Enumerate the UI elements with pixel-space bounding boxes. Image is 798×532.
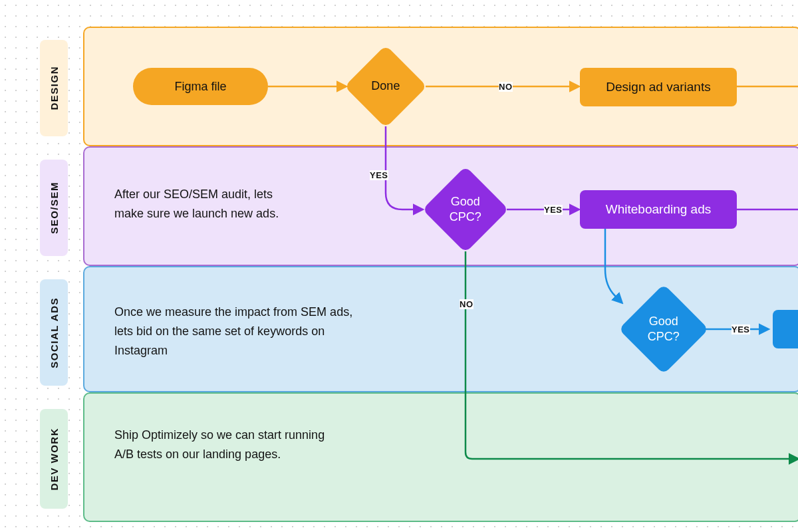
edge-label-yes: YES bbox=[544, 205, 563, 215]
lane-text-content: After our SEO/SEM audit, lets make sure … bbox=[114, 188, 279, 220]
node-whiteboarding-ads[interactable]: Whiteboarding ads bbox=[580, 190, 737, 229]
lane-text-content: Ship Optimizely so we can start running … bbox=[114, 428, 325, 461]
lane-text-seo: After our SEO/SEM audit, lets make sure … bbox=[114, 185, 301, 223]
node-figma-file[interactable]: Figma file bbox=[133, 68, 268, 105]
edge-label-no: NO bbox=[499, 82, 513, 92]
node-label: Good CPC? bbox=[435, 194, 496, 225]
node-design-ad-variants[interactable]: Design ad variants bbox=[580, 68, 737, 106]
node-label: Good CPC? bbox=[632, 314, 696, 345]
lane-text-social: Once we measure the impact from SEM ads,… bbox=[114, 303, 354, 360]
edge-label-yes: YES bbox=[732, 325, 750, 334]
lane-label-text: SOCIAL ADS bbox=[49, 297, 60, 368]
lane-label-dev: DEV WORK bbox=[40, 409, 68, 509]
lane-text-content: Once we measure the impact from SEM ads,… bbox=[114, 305, 352, 357]
node-social-next[interactable] bbox=[773, 310, 798, 348]
node-label: Design ad variants bbox=[606, 80, 710, 94]
lane-label-text: DESIGN bbox=[49, 66, 60, 110]
lane-label-text: DEV WORK bbox=[49, 428, 60, 491]
lane-label-text: SEO/SEM bbox=[49, 182, 60, 234]
edge-label-no: NO bbox=[460, 299, 473, 309]
lane-label-social: SOCIAL ADS bbox=[40, 279, 68, 386]
node-label: Whiteboarding ads bbox=[606, 202, 711, 217]
edge-label-yes: YES bbox=[370, 170, 388, 180]
lane-label-seo: SEO/SEM bbox=[40, 160, 68, 256]
lane-text-dev: Ship Optimizely so we can start running … bbox=[114, 426, 340, 464]
node-label: Done bbox=[371, 78, 400, 94]
lane-label-design: DESIGN bbox=[40, 40, 68, 136]
node-label: Figma file bbox=[174, 80, 226, 94]
